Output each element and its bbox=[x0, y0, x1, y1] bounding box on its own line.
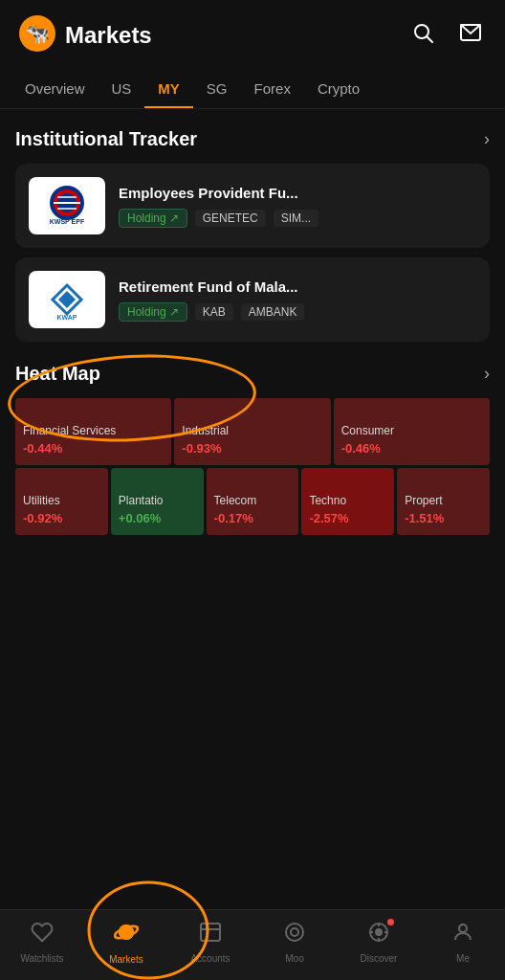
notification-dot bbox=[387, 919, 394, 925]
tab-sg[interactable]: SG bbox=[193, 71, 241, 108]
nav-label-accounts: Accounts bbox=[190, 953, 230, 964]
kwsp-logo: KWSP EPF bbox=[29, 177, 105, 234]
heatmap-title: Heat Map bbox=[15, 363, 100, 385]
kwsp-tag-sim: SIM... bbox=[274, 210, 318, 227]
svg-text:KWSP EPF: KWSP EPF bbox=[50, 218, 85, 225]
heatmap-cell-financial[interactable]: Financial Services -0.44% bbox=[15, 398, 171, 465]
kwsp-tag-genetec: GENETEC bbox=[195, 210, 266, 227]
kwsp-name: Employees Provident Fu... bbox=[119, 185, 476, 201]
heatmap-cell-utilities[interactable]: Utilities -0.92% bbox=[15, 468, 108, 535]
svg-point-20 bbox=[286, 924, 303, 941]
nav-item-moo[interactable]: Moo bbox=[266, 921, 323, 964]
person-icon bbox=[451, 921, 474, 949]
kwsp-info: Employees Provident Fu... Holding ↗ GENE… bbox=[119, 185, 476, 228]
moo-icon bbox=[283, 921, 306, 949]
heatmap-cell-telecom[interactable]: Telecom -0.17% bbox=[207, 468, 299, 535]
discover-icon bbox=[367, 921, 390, 949]
nav-item-me[interactable]: Me bbox=[434, 921, 492, 964]
kwap-name: Retirement Fund of Mala... bbox=[119, 278, 476, 295]
heatmap-row2: Utilities -0.92% Plantatio +0.06% Teleco… bbox=[15, 468, 490, 535]
heatmap-chevron[interactable]: › bbox=[484, 364, 490, 384]
heart-icon bbox=[31, 921, 54, 949]
heatmap-cell-industrial[interactable]: Industrial -0.93% bbox=[174, 398, 330, 465]
accounts-icon bbox=[199, 921, 222, 949]
svg-text:KWAP: KWAP bbox=[57, 314, 77, 321]
nav-label-discover: Discover bbox=[361, 953, 398, 964]
header-left: 🐄 Markets bbox=[19, 15, 152, 56]
tab-forex[interactable]: Forex bbox=[241, 71, 304, 108]
kwap-holding-tag: Holding ↗ bbox=[119, 302, 187, 322]
search-button[interactable] bbox=[407, 17, 438, 54]
nav-item-markets[interactable]: Markets bbox=[98, 920, 155, 965]
tracker-card-kwap[interactable]: KWAP Retirement Fund of Mala... Holding … bbox=[15, 257, 490, 342]
header: 🐄 Markets bbox=[0, 0, 505, 71]
nav-label-me: Me bbox=[456, 953, 470, 964]
mail-button[interactable] bbox=[455, 17, 486, 54]
tab-us[interactable]: US bbox=[99, 71, 145, 108]
svg-point-21 bbox=[291, 928, 298, 936]
nav-label-watchlist: Watchlists bbox=[20, 953, 63, 964]
bottom-nav: Watchlists Markets Accounts bbox=[0, 909, 505, 980]
svg-rect-17 bbox=[201, 924, 220, 941]
nav-item-accounts[interactable]: Accounts bbox=[182, 921, 239, 964]
kwap-tag-kab: KAB bbox=[195, 303, 233, 321]
kwsp-holding-tag: Holding ↗ bbox=[119, 209, 187, 228]
heatmap-header: Heat Map › bbox=[15, 363, 490, 385]
heatmap-cell-consumer[interactable]: Consumer -0.46% bbox=[334, 398, 490, 465]
institutional-tracker-title: Institutional Tracker bbox=[15, 128, 197, 150]
svg-line-3 bbox=[428, 37, 433, 43]
svg-text:🐄: 🐄 bbox=[25, 21, 51, 46]
main-content: Institutional Tracker › KWSP EPF Employe… bbox=[0, 109, 505, 621]
kwap-tag-ambank: AMBANK bbox=[241, 303, 305, 321]
tab-overview[interactable]: Overview bbox=[11, 71, 99, 108]
tab-crypto[interactable]: Crypto bbox=[304, 71, 373, 108]
institutional-tracker-chevron[interactable]: › bbox=[484, 129, 490, 149]
nav-label-moo: Moo bbox=[285, 953, 303, 964]
tab-my[interactable]: MY bbox=[144, 71, 193, 108]
nav-item-watchlist[interactable]: Watchlists bbox=[13, 921, 71, 964]
heatmap-section: Heat Map › Financial Services -0.44% Ind… bbox=[15, 363, 490, 535]
heatmap-row1: Financial Services -0.44% Industrial -0.… bbox=[15, 398, 490, 465]
kwap-tags: Holding ↗ KAB AMBANK bbox=[119, 302, 476, 322]
heatmap-cell-property[interactable]: Propert -1.51% bbox=[397, 468, 490, 535]
svg-point-28 bbox=[459, 924, 467, 932]
planet-icon bbox=[114, 920, 139, 950]
nav-item-discover[interactable]: Discover bbox=[350, 921, 407, 964]
kwap-logo: KWAP bbox=[29, 271, 105, 328]
heatmap-cell-techno[interactable]: Techno -2.57% bbox=[301, 468, 394, 535]
nav-label-markets: Markets bbox=[109, 954, 143, 965]
heatmap-cell-plantation[interactable]: Plantatio +0.06% bbox=[111, 468, 204, 535]
institutional-tracker-header: Institutional Tracker › bbox=[15, 128, 490, 150]
kwap-info: Retirement Fund of Mala... Holding ↗ KAB… bbox=[119, 278, 476, 322]
page-title: Markets bbox=[65, 22, 152, 49]
nav-tabs: Overview US MY SG Forex Crypto bbox=[0, 71, 505, 109]
kwsp-tags: Holding ↗ GENETEC SIM... bbox=[119, 209, 476, 228]
tracker-card-kwsp[interactable]: KWSP EPF Employees Provident Fu... Holdi… bbox=[15, 164, 490, 248]
app-logo: 🐄 bbox=[19, 15, 55, 56]
svg-point-23 bbox=[376, 929, 382, 935]
header-actions bbox=[407, 17, 486, 54]
